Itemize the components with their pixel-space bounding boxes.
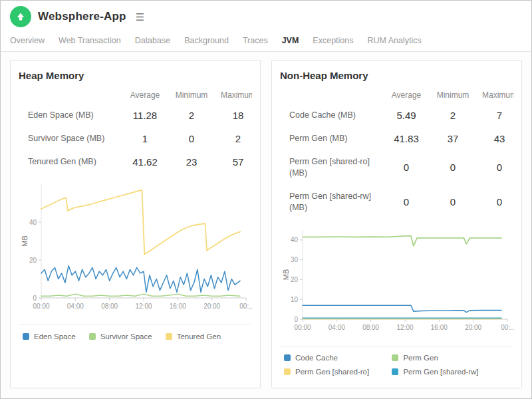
row-label: Code Cache (MB) xyxy=(280,104,383,127)
non-heap-memory-chart: 01020304000:0004:0008:0012:0016:0020:000… xyxy=(280,225,513,339)
svg-text:20:00: 20:00 xyxy=(465,324,481,331)
avg-value: 1 xyxy=(122,127,168,150)
legend-label: Perm Gen [shared-rw] xyxy=(403,368,478,376)
legend-item-eden-space[interactable]: Eden Space xyxy=(23,332,76,340)
legend-item-perm-gen-shared-rw[interactable]: Perm Gen [shared-rw] xyxy=(392,368,486,376)
tab-overview[interactable]: Overview xyxy=(10,33,45,51)
svg-text:MB: MB xyxy=(21,235,29,247)
survivor-space-swatch xyxy=(89,333,96,340)
max-value: 7 xyxy=(476,104,513,127)
up-arrow-icon xyxy=(15,11,26,22)
non-heap-stats-table: Average Minimum Maximum Code Cache (MB) … xyxy=(280,85,513,219)
tab-jvm[interactable]: JVM xyxy=(282,33,299,51)
legend-item-code-cache[interactable]: Code Cache xyxy=(284,354,378,362)
tab-database[interactable]: Database xyxy=(135,33,171,51)
non-heap-chart-legend: Code Cache Perm Gen Perm Gen [shared-ro]… xyxy=(280,346,513,377)
legend-item-tenured-gen[interactable]: Tenured Gen xyxy=(166,332,221,340)
page-title: Websphere-App xyxy=(38,10,126,23)
col-minimum: Minimum xyxy=(168,85,215,104)
table-header-row: Average Minimum Maximum xyxy=(280,85,513,104)
min-value: 2 xyxy=(430,104,476,127)
eden-space-swatch xyxy=(23,333,29,340)
max-value: 0 xyxy=(476,185,513,219)
table-header-row: Average Minimum Maximum xyxy=(19,85,252,104)
min-value: 0 xyxy=(430,150,476,185)
header: Websphere-App ☰ xyxy=(1,1,531,31)
heap-stats-table: Average Minimum Maximum Eden Space (MB) … xyxy=(19,85,252,174)
row-label: Tenured Gen (MB) xyxy=(19,150,122,174)
svg-text:04:00: 04:00 xyxy=(329,324,345,331)
min-value: 23 xyxy=(168,150,215,174)
max-value: 57 xyxy=(215,150,252,174)
svg-text:20: 20 xyxy=(291,275,299,283)
row-label: Perm Gen (MB) xyxy=(280,127,383,150)
avg-value: 0 xyxy=(383,185,430,219)
avg-value: 11.28 xyxy=(122,104,168,127)
svg-text:16:00: 16:00 xyxy=(170,303,186,310)
app-status-icon xyxy=(10,6,31,27)
code-cache-swatch xyxy=(284,354,291,361)
max-value: 0 xyxy=(476,150,513,185)
legend-item-perm-gen[interactable]: Perm Gen xyxy=(392,354,486,362)
max-value: 18 xyxy=(215,104,252,127)
tab-background[interactable]: Background xyxy=(184,33,229,51)
svg-text:0: 0 xyxy=(33,295,37,302)
table-row: Tenured Gen (MB) 41.62 23 57 xyxy=(19,150,252,174)
table-row: Code Cache (MB) 5.49 2 7 xyxy=(280,104,513,127)
legend-item-survivor-space[interactable]: Survivor Space xyxy=(89,332,152,340)
min-value: 2 xyxy=(168,104,215,127)
avg-value: 41.62 xyxy=(122,150,168,174)
avg-value: 41.83 xyxy=(383,127,430,150)
tab-bar: Overview Web Transaction Database Backgr… xyxy=(1,31,531,52)
svg-text:10: 10 xyxy=(291,295,299,303)
legend-label: Code Cache xyxy=(295,354,338,362)
heap-memory-panel: Heap Memory Average Minimum Maximum Eden xyxy=(10,60,261,388)
row-label: Eden Space (MB) xyxy=(19,104,122,127)
non-heap-memory-panel: Non-Heap Memory Average Minimum Maximum … xyxy=(271,60,522,388)
svg-text:16:00: 16:00 xyxy=(431,324,448,331)
max-value: 43 xyxy=(476,127,513,150)
tab-traces[interactable]: Traces xyxy=(243,33,268,51)
col-minimum: Minimum xyxy=(430,85,476,104)
heap-panel-title: Heap Memory xyxy=(19,70,252,81)
tab-exceptions[interactable]: Exceptions xyxy=(313,33,353,51)
table-row: Perm Gen [shared-ro] (MB) 0 0 0 xyxy=(280,150,513,185)
svg-text:MB: MB xyxy=(282,269,290,280)
perm-gen-swatch xyxy=(392,354,398,361)
svg-text:12:00: 12:00 xyxy=(396,324,413,331)
svg-text:00:..: 00:.. xyxy=(239,303,252,310)
svg-text:20:00: 20:00 xyxy=(203,303,220,310)
tab-rum-analytics[interactable]: RUM Analytics xyxy=(368,33,422,51)
svg-text:0: 0 xyxy=(294,315,298,323)
empty-header-cell xyxy=(19,85,122,104)
svg-text:00:..: 00:.. xyxy=(501,324,513,331)
row-label: Perm Gen [shared-ro] (MB) xyxy=(280,150,383,185)
hamburger-menu-icon[interactable]: ☰ xyxy=(136,12,144,22)
svg-text:40: 40 xyxy=(291,236,299,243)
legend-label: Perm Gen xyxy=(403,354,438,362)
tab-web-transaction[interactable]: Web Transaction xyxy=(59,33,121,51)
empty-header-cell xyxy=(280,85,383,104)
table-row: Perm Gen [shared-rw] (MB) 0 0 0 xyxy=(280,185,513,219)
table-row: Perm Gen (MB) 41.83 37 43 xyxy=(280,127,513,150)
legend-item-perm-gen-shared-ro[interactable]: Perm Gen [shared-ro] xyxy=(284,368,378,376)
avg-value: 0 xyxy=(383,150,430,185)
svg-text:20: 20 xyxy=(29,257,37,264)
heap-chart-legend: Eden Space Survivor Space Tenured Gen xyxy=(19,325,252,342)
perm-gen-shared-ro-swatch xyxy=(284,368,291,375)
min-value: 0 xyxy=(168,127,215,150)
perm-gen-shared-rw-swatch xyxy=(392,368,398,375)
avg-value: 5.49 xyxy=(383,104,430,127)
col-average: Average xyxy=(383,85,430,104)
col-maximum: Maximum xyxy=(215,85,252,104)
main-content: Heap Memory Average Minimum Maximum Eden xyxy=(1,52,531,398)
svg-text:00:00: 00:00 xyxy=(294,324,311,331)
row-label: Perm Gen [shared-rw] (MB) xyxy=(280,185,383,219)
min-value: 37 xyxy=(430,127,476,150)
legend-label: Perm Gen [shared-ro] xyxy=(295,368,369,376)
svg-text:00:00: 00:00 xyxy=(33,303,49,310)
svg-text:08:00: 08:00 xyxy=(101,303,118,310)
svg-text:08:00: 08:00 xyxy=(362,324,379,331)
svg-text:30: 30 xyxy=(291,256,299,263)
col-maximum: Maximum xyxy=(476,85,513,104)
